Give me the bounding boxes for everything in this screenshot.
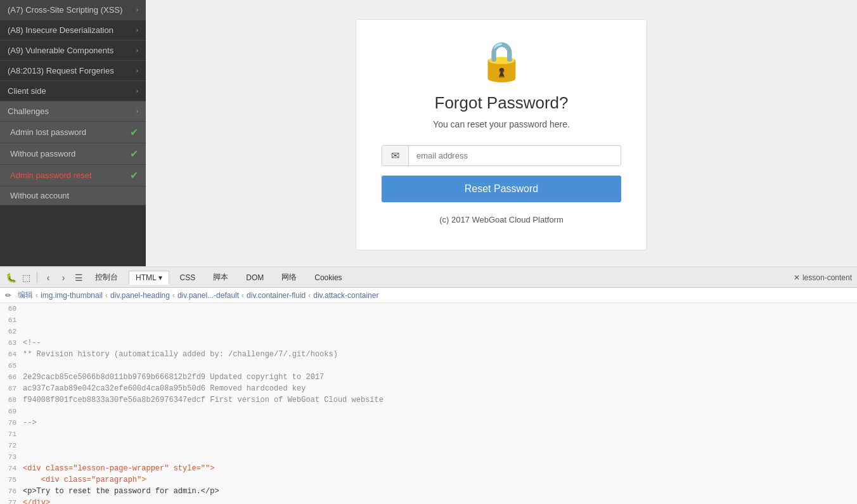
sidebar-item-deserialization[interactable]: (A8) Insecure Deserialization › xyxy=(0,20,146,41)
line-number: 61 xyxy=(0,314,23,326)
code-line: 75 <div class="paragraph"> xyxy=(0,474,857,486)
code-line: 65 xyxy=(0,360,857,372)
breadcrumb-sep: ‹ xyxy=(242,291,244,300)
chevron-right-icon: › xyxy=(136,108,138,115)
email-input[interactable] xyxy=(409,146,621,165)
envelope-icon: ✉ xyxy=(391,150,399,162)
sidebar-item-forgeries-label: (A8:2013) Request Forgeries xyxy=(8,66,114,75)
line-number: 65 xyxy=(0,360,23,372)
line-number: 60 xyxy=(0,303,23,314)
line-number: 67 xyxy=(0,383,23,394)
sidebar-item-clientside-label: Client side xyxy=(8,86,46,96)
email-icon-box: ✉ xyxy=(382,146,409,165)
tab-html[interactable]: HTML ▾ xyxy=(129,271,169,285)
code-line: 64** Revision history (automatically add… xyxy=(0,349,857,360)
devtools-panel: 🐛 ⬚ ‹ › ☰ 控制台 HTML ▾ CSS 脚本 DOM 网络 Cooki… xyxy=(0,266,857,504)
tab-cookies[interactable]: Cookies xyxy=(307,271,349,285)
line-number: 62 xyxy=(0,326,23,337)
chevron-right-icon: › xyxy=(136,27,138,34)
line-content: --> xyxy=(23,417,857,429)
breadcrumb-panel-default[interactable]: div.panel...-default xyxy=(177,291,239,300)
code-line: 71 xyxy=(0,429,857,440)
forgot-subtitle: You can reset your password here. xyxy=(382,119,621,129)
sidebar-subitem-admin-reset-label: Admin password reset xyxy=(10,171,92,180)
line-number: 63 xyxy=(0,337,23,349)
line-number: 75 xyxy=(0,474,23,486)
devtools-icon-list[interactable]: ☰ xyxy=(73,272,84,283)
breadcrumb-img[interactable]: img.img-thumbnail xyxy=(41,291,103,300)
sidebar-item-xss[interactable]: (A7) Cross-Site Scripting (XSS) › xyxy=(0,0,146,20)
chevron-right-icon: › xyxy=(136,6,138,13)
lock-icon: 🔒 xyxy=(382,39,621,84)
sidebar-item-challenges[interactable]: Challenges › xyxy=(0,101,146,122)
code-line: 61 xyxy=(0,314,857,326)
sidebar-subitem-without-account[interactable]: Without account xyxy=(0,186,146,205)
code-line: 662e29cacb85ce5066b8d011bb9769b666812b2f… xyxy=(0,372,857,383)
devtools-right-panel[interactable]: ✕ lesson-content xyxy=(794,273,852,282)
top-section: (A7) Cross-Site Scripting (XSS) › (A8) I… xyxy=(0,0,857,266)
check-icon: ✔ xyxy=(130,126,138,138)
devtools-icon-back[interactable]: ‹ xyxy=(42,272,54,283)
line-number: 77 xyxy=(0,497,23,504)
line-number: 64 xyxy=(0,349,23,360)
tab-network[interactable]: 网络 xyxy=(274,269,304,285)
reset-password-button[interactable]: Reset Password xyxy=(382,176,621,202)
check-icon: ✔ xyxy=(130,169,138,181)
tab-dom[interactable]: DOM xyxy=(239,271,271,285)
devtools-icon-cursor[interactable]: ⬚ xyxy=(20,272,32,283)
sidebar-subitem-without-password-label: Without password xyxy=(10,149,75,158)
line-content: f94008f801fceb8833a30fe56a8b26976347edcf… xyxy=(23,394,857,406)
tab-script[interactable]: 脚本 xyxy=(206,269,235,285)
devtools-icon-forward[interactable]: › xyxy=(58,272,69,283)
breadcrumb-attack-container[interactable]: div.attack-container xyxy=(313,291,378,300)
copyright-text: (c) 2017 WebGoat Cloud Platform xyxy=(382,215,621,224)
check-icon: ✔ xyxy=(130,148,138,160)
devtools-icon-bug[interactable]: 🐛 xyxy=(5,272,16,283)
line-content: ** Revision history (automatically added… xyxy=(23,349,857,360)
line-number: 71 xyxy=(0,429,23,440)
tab-css[interactable]: CSS xyxy=(173,271,203,285)
code-area[interactable]: 60616263<!--64** Revision history (autom… xyxy=(0,303,857,504)
line-number: 72 xyxy=(0,440,23,451)
chevron-right-icon: › xyxy=(136,67,138,74)
sidebar-subitem-without-password[interactable]: Without password ✔ xyxy=(0,143,146,165)
sidebar: (A7) Cross-Site Scripting (XSS) › (A8) I… xyxy=(0,0,146,266)
sidebar-subitem-without-account-label: Without account xyxy=(10,191,69,200)
code-line: 72 xyxy=(0,440,857,451)
app-container: (A7) Cross-Site Scripting (XSS) › (A8) I… xyxy=(0,0,857,504)
line-content: <p>Try to reset the password for admin.<… xyxy=(23,486,857,497)
line-number: 69 xyxy=(0,406,23,417)
sidebar-subitem-admin-lost-label: Admin lost password xyxy=(10,127,86,137)
line-content: <div class="lesson-page-wrapper" style="… xyxy=(23,463,857,474)
sidebar-subitem-admin-reset[interactable]: Admin password reset ✔ xyxy=(0,165,146,186)
chevron-right-icon: › xyxy=(136,47,138,54)
sidebar-item-components-label: (A9) Vulnerable Components xyxy=(8,46,113,55)
breadcrumb-edit[interactable]: 编辑 xyxy=(18,290,33,300)
breadcrumb-container-fluid[interactable]: div.container-fluid xyxy=(247,291,306,300)
breadcrumb-sep: ‹ xyxy=(308,291,311,300)
line-content: <!-- xyxy=(23,337,857,349)
close-icon: ✕ xyxy=(794,273,800,282)
breadcrumb-sep: ‹ xyxy=(105,291,108,300)
line-number: 70 xyxy=(0,417,23,429)
sidebar-subitem-admin-lost[interactable]: Admin lost password ✔ xyxy=(0,122,146,143)
pencil-icon[interactable]: ✏ xyxy=(5,291,11,300)
sidebar-item-components[interactable]: (A9) Vulnerable Components › xyxy=(0,41,146,61)
code-line: 76<p>Try to reset the password for admin… xyxy=(0,486,857,497)
line-number: 66 xyxy=(0,372,23,383)
sidebar-item-deserialization-label: (A8) Insecure Deserialization xyxy=(8,25,113,35)
forgot-title: Forgot Password? xyxy=(382,93,621,113)
line-number: 74 xyxy=(0,463,23,474)
line-content: ac937c7aab89e042ca32efe600d4ca08a95b50d6… xyxy=(23,383,857,394)
breadcrumb-sep: ‹ xyxy=(35,291,38,300)
sidebar-item-forgeries[interactable]: (A8:2013) Request Forgeries › xyxy=(0,61,146,81)
breadcrumb-panel-heading[interactable]: div.panel-heading xyxy=(110,291,170,300)
code-line: 77</div> xyxy=(0,497,857,504)
right-panel-label: lesson-content xyxy=(802,273,852,282)
sidebar-item-clientside[interactable]: Client side › xyxy=(0,81,146,101)
code-line: 69 xyxy=(0,406,857,417)
toolbar-separator xyxy=(37,272,37,283)
code-line: 68f94008f801fceb8833a30fe56a8b26976347ed… xyxy=(0,394,857,406)
code-line: 74<div class="lesson-page-wrapper" style… xyxy=(0,463,857,474)
email-input-row: ✉ xyxy=(382,145,621,166)
